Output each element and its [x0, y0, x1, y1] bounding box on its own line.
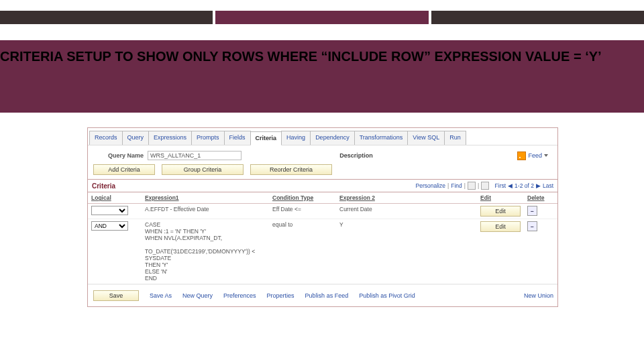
first-link[interactable]: First: [495, 182, 506, 189]
criteria-row: AND CASE WHEN :1 = 'N' THEN 'Y' WHEN NVL…: [88, 219, 557, 284]
last-link[interactable]: Last: [543, 182, 553, 189]
prev-icon[interactable]: ◀: [508, 182, 513, 189]
col-delete[interactable]: Delete: [524, 192, 557, 204]
deco-bar: [0, 11, 213, 24]
save-as-link[interactable]: Save As: [150, 292, 172, 299]
properties-link[interactable]: Properties: [267, 292, 294, 299]
publish-pivot-link[interactable]: Publish as Pivot Grid: [359, 292, 415, 299]
grid-toolbar: Personalize | Find | | First ◀ 1-2 of 2 …: [416, 182, 553, 190]
deco-bar: [431, 11, 644, 24]
col-expression2[interactable]: Expression 2: [336, 192, 477, 204]
reorder-criteria-button[interactable]: Reorder Criteria: [250, 164, 332, 175]
tab-view-sql[interactable]: View SQL: [407, 131, 445, 145]
query-name-value: WRS_ALLTANC_1: [148, 151, 241, 160]
query-name-label: Query Name: [108, 152, 144, 159]
tab-having[interactable]: Having: [281, 131, 311, 145]
save-button[interactable]: Save: [93, 290, 139, 301]
expr2-cell: Current Date: [336, 204, 477, 219]
criteria-grid: Logical Expression1 Condition Type Expre…: [88, 192, 557, 284]
feed-label: Feed: [528, 152, 542, 159]
footer-actions: Save Save As New Query Preferences Prope…: [88, 284, 557, 306]
logical-select[interactable]: AND: [91, 221, 128, 231]
tab-expressions[interactable]: Expressions: [148, 131, 192, 145]
rss-icon: [517, 152, 526, 160]
next-icon[interactable]: ▶: [536, 182, 541, 189]
group-criteria-button[interactable]: Group Criteria: [162, 164, 244, 175]
chevron-down-icon: [544, 154, 548, 157]
expr2-cell: Y: [336, 219, 477, 284]
delete-row-button[interactable]: −: [527, 221, 537, 231]
criteria-button-row: Add Criteria Group Criteria Reorder Crit…: [88, 163, 557, 179]
download-icon[interactable]: [481, 182, 489, 190]
screenshot-panel: Records Query Expressions Prompts Fields…: [87, 127, 558, 307]
criteria-row: A.EFFDT - Effective Date Eff Date <= Cur…: [88, 204, 557, 219]
edit-button[interactable]: Edit: [480, 221, 521, 232]
slide-top-decoration: [0, 11, 644, 24]
tab-records[interactable]: Records: [89, 131, 123, 145]
personalize-link[interactable]: Personalize: [416, 182, 445, 189]
criteria-section-header: Criteria Personalize | Find | | First ◀ …: [88, 179, 557, 192]
slide-title: CRITERIA SETUP TO SHOW ONLY ROWS WHERE “…: [0, 49, 644, 113]
publish-feed-link[interactable]: Publish as Feed: [305, 292, 349, 299]
query-name-row: Query Name WRS_ALLTANC_1 Description Fee…: [88, 145, 557, 163]
tab-prompts[interactable]: Prompts: [191, 131, 225, 145]
deco-bar: [215, 11, 428, 24]
preferences-link[interactable]: Preferences: [223, 292, 256, 299]
col-condition[interactable]: Condition Type: [269, 192, 336, 204]
feed-link[interactable]: Feed: [517, 152, 548, 160]
tab-criteria[interactable]: Criteria: [250, 131, 282, 145]
edit-button[interactable]: Edit: [480, 206, 521, 217]
col-expression1[interactable]: Expression1: [142, 192, 269, 204]
tab-dependency[interactable]: Dependency: [310, 131, 355, 145]
tab-run[interactable]: Run: [444, 131, 466, 145]
description-label: Description: [339, 152, 373, 159]
col-edit[interactable]: Edit: [477, 192, 524, 204]
tab-fields[interactable]: Fields: [224, 131, 251, 145]
delete-row-button[interactable]: −: [527, 206, 537, 216]
tab-query[interactable]: Query: [122, 131, 150, 145]
col-logical[interactable]: Logical: [88, 192, 142, 204]
expr1-cell: CASE WHEN :1 = 'N' THEN 'Y' WHEN NVL(A.E…: [142, 219, 269, 284]
cond-cell: Eff Date <=: [269, 204, 336, 219]
criteria-section-title: Criteria: [92, 182, 115, 190]
tab-bar: Records Query Expressions Prompts Fields…: [88, 128, 557, 145]
tab-transformations[interactable]: Transformations: [354, 131, 409, 145]
cond-cell: equal to: [269, 219, 336, 284]
grid-counter: 1-2 of 2: [515, 182, 534, 189]
logical-select[interactable]: [91, 206, 128, 215]
new-query-link[interactable]: New Query: [182, 292, 213, 299]
find-link[interactable]: Find: [451, 182, 462, 189]
expr1-cell: A.EFFDT - Effective Date: [142, 204, 269, 219]
add-criteria-button[interactable]: Add Criteria: [93, 164, 155, 175]
zoom-icon[interactable]: [468, 182, 476, 190]
new-union-link[interactable]: New Union: [524, 292, 553, 299]
